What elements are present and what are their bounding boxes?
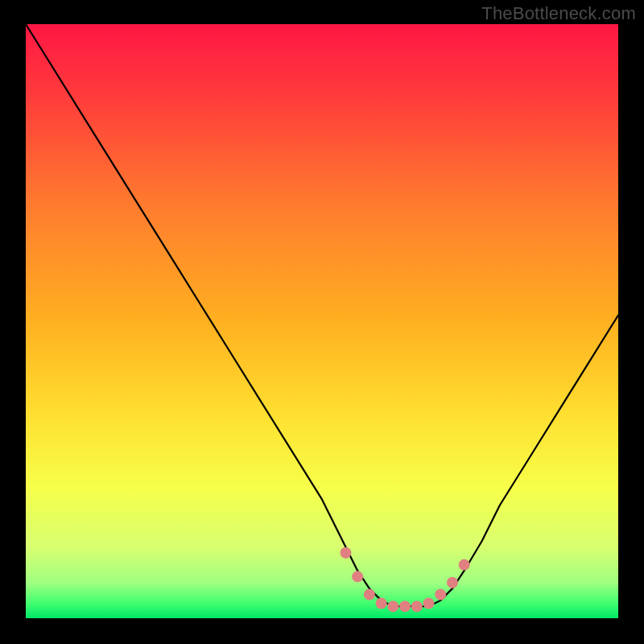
watermark-text: TheBottleneck.com: [481, 3, 636, 24]
chart-lines-layer: [26, 24, 618, 618]
highlight-marker: [435, 588, 446, 600]
chart-plot-area: [26, 24, 618, 618]
highlight-marker: [411, 601, 423, 612]
highlight-marker: [340, 547, 351, 559]
highlight-marker: [423, 598, 434, 609]
highlight-marker: [387, 601, 398, 612]
highlight-marker: [399, 601, 411, 612]
chart-highlight-markers: [340, 547, 469, 612]
highlight-marker: [459, 559, 470, 571]
highlight-marker: [364, 588, 375, 600]
highlight-marker: [352, 571, 363, 582]
chart-curve: [26, 24, 618, 606]
highlight-marker: [376, 598, 387, 609]
highlight-marker: [447, 577, 458, 588]
